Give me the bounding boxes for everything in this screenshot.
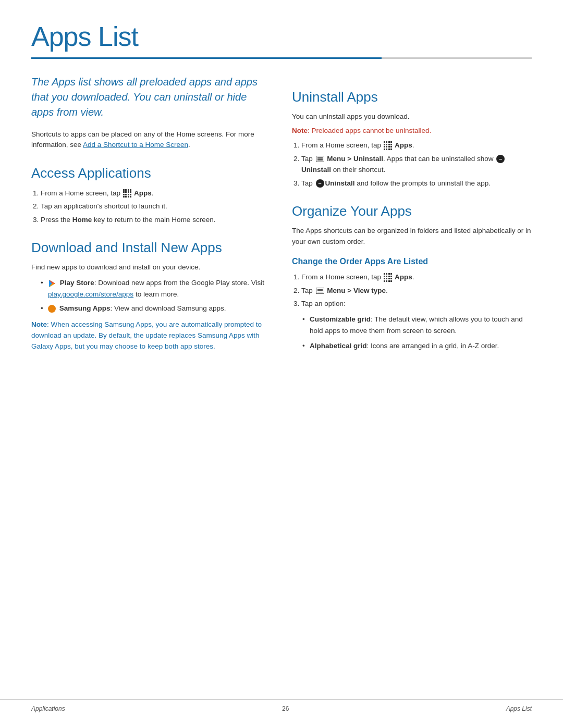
uninstall-apps-note: Note: Preloaded apps cannot be uninstall… (292, 127, 532, 134)
footer-center: 26 (282, 705, 289, 712)
page-title: Apps List (31, 21, 532, 52)
change-order-step-2: Tap Menu > View type. (301, 285, 532, 297)
samsung-apps-icon (48, 305, 56, 313)
play-store-label: Play Store (60, 279, 94, 287)
uninstall-step-3: Tap –Uninstall and follow the prompts to… (301, 178, 532, 189)
uninstall-apps-intro: You can uninstall apps you download. (292, 112, 532, 122)
access-step-1: From a Home screen, tap Apps. (41, 188, 271, 199)
change-order-title: Change the Order Apps Are Listed (292, 257, 532, 266)
uninstall-step-1: From a Home screen, tap Apps. (301, 140, 532, 151)
change-order-options: Customizable grid: The default view, whi… (302, 314, 532, 352)
intro-text: The Apps list shows all preloaded apps a… (31, 75, 271, 120)
alphabetical-grid-option: Alphabetical grid: Icons are arranged in… (302, 340, 532, 352)
menu-icon-3 (316, 288, 324, 294)
footer-right: Apps List (506, 705, 532, 712)
change-order-step-1: From a Home screen, tap Apps. (301, 272, 532, 283)
organize-apps-intro: The Apps shortcuts can be organized in f… (292, 226, 532, 248)
access-step-2: Tap an application's shortcut to launch … (41, 201, 271, 212)
uninstall-step-2: Tap Menu > Uninstall. Apps that can be u… (301, 153, 532, 176)
apps-grid-icon-3 (384, 273, 393, 282)
footer-left: Applications (31, 705, 65, 712)
customizable-grid-option: Customizable grid: The default view, whi… (302, 314, 532, 336)
access-applications-list: From a Home screen, tap Apps. Tap an app… (41, 188, 271, 226)
download-install-list: Play Store: Download new apps from the G… (41, 277, 271, 314)
change-order-list: From a Home screen, tap Apps. Tap Menu >… (301, 272, 532, 310)
organize-apps-title: Organize Your Apps (292, 203, 532, 219)
uninstall-apps-title: Uninstall Apps (292, 89, 532, 105)
access-step-3: Press the Home key to return to the main… (41, 214, 271, 226)
play-store-link[interactable]: play.google.com/store/apps (48, 290, 133, 298)
uninstall-apps-list: From a Home screen, tap Apps. Tap Menu >… (301, 140, 532, 189)
right-column: Uninstall Apps You can uninstall apps yo… (292, 75, 532, 356)
download-install-title: Download and Install New Apps (31, 240, 271, 256)
menu-icon-2 (316, 156, 324, 162)
access-applications-title: Access Applications (31, 165, 271, 181)
download-install-note: Note: When accessing Samsung Apps, you a… (31, 319, 271, 352)
apps-grid-icon-2 (384, 141, 393, 150)
apps-grid-icon-1 (123, 189, 132, 198)
play-store-icon (48, 279, 56, 288)
footer: Applications 26 Apps List (0, 699, 563, 712)
change-order-step-3: Tap an option: (301, 298, 532, 310)
uninstall-badge-1: – (496, 155, 505, 163)
intro-sub: Shortcuts to apps can be placed on any o… (31, 129, 271, 151)
uninstall-note-label: Note (292, 127, 308, 134)
samsung-apps-label: Samsung Apps (59, 304, 111, 312)
title-divider (31, 57, 532, 59)
left-column: The Apps list shows all preloaded apps a… (31, 75, 271, 356)
uninstall-badge-2: – (316, 179, 324, 188)
download-install-intro: Find new apps to download and install on… (31, 262, 271, 273)
samsung-apps-item: Samsung Apps: View and download Samsung … (41, 303, 271, 314)
add-shortcut-link[interactable]: Add a Shortcut to a Home Screen (83, 141, 188, 149)
play-store-item: Play Store: Download new apps from the G… (41, 277, 271, 300)
